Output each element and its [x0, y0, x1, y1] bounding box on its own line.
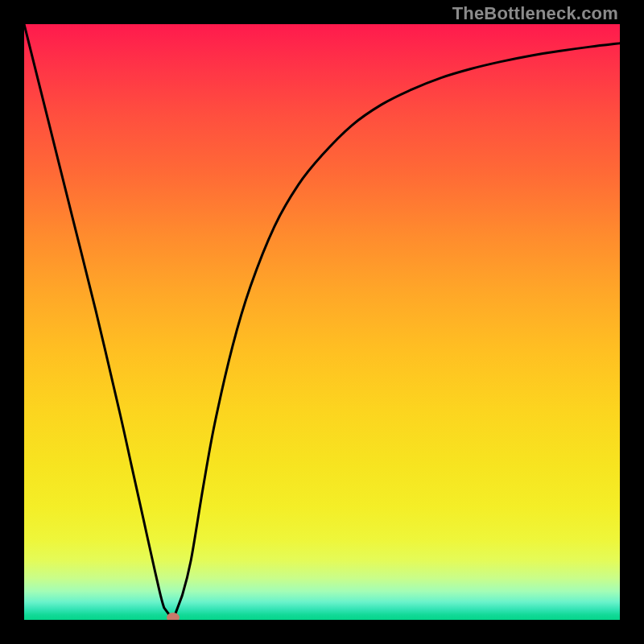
- curve-svg: [24, 24, 620, 620]
- plot-area: [24, 24, 620, 620]
- attribution-label: TheBottleneck.com: [452, 3, 618, 24]
- bottleneck-curve: [24, 24, 620, 620]
- chart-container: TheBottleneck.com: [0, 0, 644, 644]
